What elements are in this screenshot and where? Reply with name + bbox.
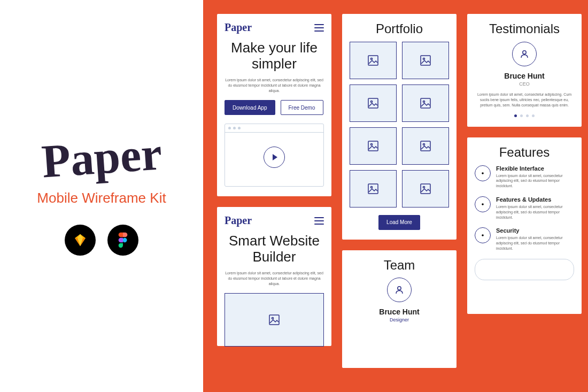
testimonial-card: Testimonials Bruce Hunt CEO Lorem ipsum … (467, 14, 582, 127)
brand-subtitle: Mobile Wireframe Kit (37, 190, 166, 206)
portfolio-title: Portfolio (350, 21, 449, 36)
figma-icon (117, 232, 129, 248)
hero-card: Paper Make your life simpler Lorem ipsum… (217, 14, 331, 196)
avatar-placeholder (387, 278, 412, 302)
image-placeholder[interactable] (402, 170, 449, 207)
sketch-badge (65, 225, 96, 256)
features-card: Features Flexible InterfaceLorem ipsum d… (467, 137, 582, 314)
smart-title: Smart Website Builder (225, 233, 324, 265)
team-role: Designer (350, 317, 449, 322)
smart-lorem: Lorem ipsum dolor sit amet, consectetur … (225, 271, 324, 287)
tool-badges (65, 225, 138, 256)
team-card: Team Bruce Hunt Designer (342, 250, 457, 368)
feature-text: Lorem ipsum dolor sit amet, consectetur … (496, 173, 574, 189)
avatar-placeholder (512, 42, 537, 66)
feature-text: Lorem ipsum dolor sit amet, consectetur … (496, 235, 574, 251)
image-placeholder[interactable] (350, 84, 397, 122)
brand-logo: Paper (40, 133, 163, 183)
hero-lorem: Lorem ipsum dolor sit amet, consectetur … (225, 78, 324, 94)
download-button[interactable]: Download App (225, 100, 275, 115)
image-placeholder[interactable] (402, 127, 449, 165)
figma-badge (107, 225, 138, 256)
testimonial-body: Lorem ipsum dolor sit amet, consectetur … (475, 92, 574, 108)
image-placeholder[interactable] (350, 42, 397, 79)
testimonial-name: Bruce Hunt (475, 72, 574, 80)
feature-item: Flexible InterfaceLorem ipsum dolor sit … (475, 165, 574, 189)
image-placeholder[interactable] (350, 170, 397, 207)
feature-icon (475, 196, 491, 212)
mini-logo: Paper (225, 214, 252, 227)
load-more-button[interactable]: Load More (378, 215, 420, 230)
image-placeholder[interactable] (402, 84, 449, 122)
feature-icon (475, 227, 491, 243)
image-placeholder[interactable] (402, 42, 449, 79)
play-icon[interactable] (264, 147, 285, 168)
video-window (225, 124, 324, 187)
feature-head: Security (496, 227, 574, 234)
feature-head: Flexible Interface (496, 165, 574, 172)
image-placeholder (225, 293, 324, 347)
feature-text: Lorem ipsum dolor sit amet, consectetur … (496, 204, 574, 220)
feature-head: Features & Updates (496, 196, 574, 203)
testimonial-role: CEO (475, 81, 574, 87)
pager-dots[interactable] (475, 114, 574, 117)
mini-logo: Paper (225, 21, 252, 34)
team-title: Team (350, 258, 449, 273)
preview-area: Paper Make your life simpler Lorem ipsum… (203, 0, 588, 392)
portfolio-card: Portfolio Load More (342, 14, 457, 240)
team-name: Bruce Hunt (350, 308, 449, 316)
menu-icon[interactable] (314, 217, 324, 225)
features-title: Features (475, 145, 574, 160)
sketch-icon (72, 232, 88, 248)
demo-button[interactable]: Free Demo (281, 100, 323, 115)
feature-item: SecurityLorem ipsum dolor sit amet, cons… (475, 227, 574, 251)
image-placeholder[interactable] (350, 127, 397, 165)
smart-card: Paper Smart Website Builder Lorem ipsum … (217, 207, 331, 346)
feature-icon (475, 165, 491, 181)
svg-point-4 (122, 237, 127, 242)
portfolio-grid (350, 42, 449, 207)
menu-icon[interactable] (314, 24, 324, 32)
hero-title: Make your life simpler (225, 40, 324, 72)
device-outline (475, 259, 574, 280)
left-panel: Paper Mobile Wireframe Kit (0, 0, 203, 392)
testimonial-title: Testimonials (475, 21, 574, 36)
feature-item: Features & UpdatesLorem ipsum dolor sit … (475, 196, 574, 220)
